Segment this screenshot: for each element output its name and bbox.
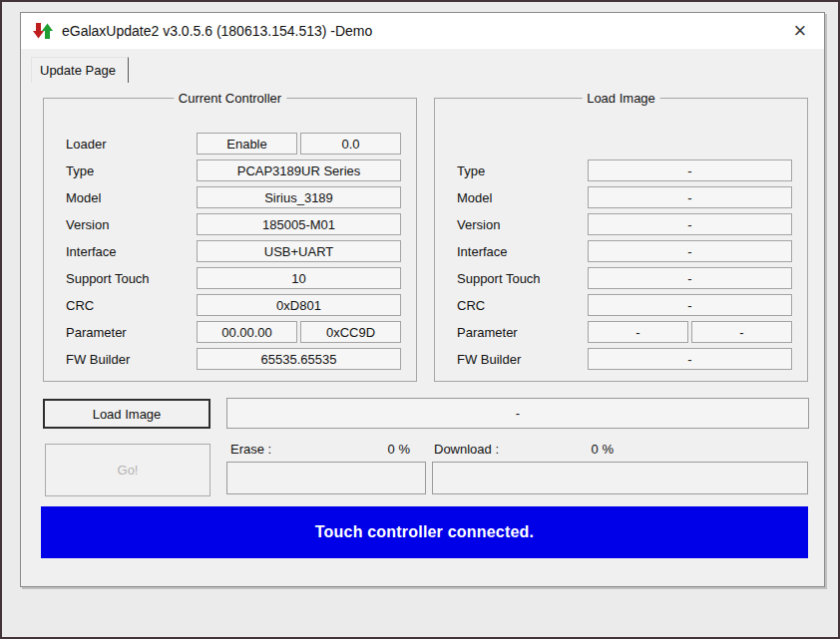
parameter-field-2: 0xCC9D [300, 321, 401, 343]
erase-percent-value: 0 % [388, 442, 410, 457]
interface-label: Interface [66, 240, 117, 262]
row-support-touch: Support Touch - [435, 267, 807, 289]
erase-label: Erase : [230, 442, 271, 457]
image-file-path-field: - [226, 398, 809, 429]
model-field: Sirius_3189 [197, 186, 401, 208]
download-percent-value: 0 % [592, 442, 614, 457]
parameter-field-1: 00.00.00 [197, 321, 297, 343]
model-label: Model [457, 186, 492, 208]
row-fw-builder: FW Builder 65535.65535 [44, 348, 416, 370]
load-image-group-title: Load Image [582, 91, 660, 106]
type-field: - [588, 160, 792, 181]
version-label: Version [66, 213, 109, 235]
window-title: eGalaxUpdate2 v3.0.5.6 (180613.154.513) … [62, 23, 372, 39]
close-button[interactable]: × [782, 16, 818, 46]
parameter-label: Parameter [457, 321, 518, 343]
download-progress-bar [432, 462, 808, 494]
model-field: - [588, 186, 792, 208]
row-crc: CRC 0xD801 [44, 294, 416, 316]
loader-version-field: 0.0 [300, 133, 401, 155]
parameter-label: Parameter [66, 321, 127, 343]
tab-update-page[interactable]: Update Page [31, 57, 129, 83]
row-type: Type - [435, 160, 807, 181]
current-controller-group-title: Current Controller [174, 91, 286, 106]
type-label: Type [457, 160, 485, 181]
version-field: 185005-M01 [197, 213, 401, 235]
go-button[interactable]: Go! [45, 444, 210, 496]
load-image-group: Load Image Type - Model - Version - Inte… [434, 98, 808, 382]
status-text: Touch controller connected. [315, 523, 534, 541]
row-support-touch: Support Touch 10 [44, 267, 416, 289]
fw-builder-field: 65535.65535 [197, 348, 401, 370]
row-version: Version 185005-M01 [44, 213, 416, 235]
download-percent-row: Download : 0 % [434, 440, 614, 458]
parameter-field-1: - [588, 321, 688, 343]
tab-label: Update Page [40, 63, 116, 78]
support-touch-label: Support Touch [457, 267, 541, 289]
row-model: Model Sirius_3189 [44, 186, 416, 208]
download-label: Download : [434, 442, 499, 457]
row-fw-builder: FW Builder - [435, 348, 807, 370]
row-crc: CRC - [435, 294, 807, 316]
loader-label: Loader [66, 133, 106, 155]
row-loader: Loader Enable 0.0 [44, 133, 416, 155]
version-label: Version [457, 213, 500, 235]
fw-builder-label: FW Builder [66, 348, 130, 370]
row-parameter: Parameter - - [435, 321, 807, 343]
fw-builder-label: FW Builder [457, 348, 521, 370]
screenshot-frame: eGalaxUpdate2 v3.0.5.6 (180613.154.513) … [0, 0, 840, 639]
model-label: Model [66, 186, 101, 208]
row-interface: Interface USB+UART [44, 240, 416, 262]
status-bar: Touch controller connected. [41, 506, 808, 558]
crc-field: 0xD801 [197, 294, 401, 316]
current-controller-group: Current Controller Loader Enable 0.0 Typ… [43, 98, 417, 382]
support-touch-field: 10 [197, 267, 401, 289]
parameter-field-2: - [691, 321, 792, 343]
row-type: Type PCAP3189UR Series [44, 160, 416, 181]
title-bar: eGalaxUpdate2 v3.0.5.6 (180613.154.513) … [21, 13, 824, 49]
interface-label: Interface [457, 240, 508, 262]
row-model: Model - [435, 186, 807, 208]
interface-field: - [588, 240, 792, 262]
version-field: - [588, 213, 792, 235]
support-touch-field: - [588, 267, 792, 289]
row-version: Version - [435, 213, 807, 235]
crc-label: CRC [457, 294, 485, 316]
loader-state-field: Enable [197, 133, 297, 155]
row-parameter: Parameter 00.00.00 0xCC9D [44, 321, 416, 343]
app-icon [31, 22, 55, 40]
crc-label: CRC [66, 294, 94, 316]
load-image-button[interactable]: Load Image [43, 399, 210, 429]
support-touch-label: Support Touch [66, 267, 150, 289]
close-icon: × [794, 20, 807, 42]
crc-field: - [588, 294, 792, 316]
interface-field: USB+UART [197, 240, 401, 262]
type-label: Type [66, 160, 94, 181]
app-window: eGalaxUpdate2 v3.0.5.6 (180613.154.513) … [20, 12, 825, 587]
erase-progress-bar [226, 462, 426, 494]
row-interface: Interface - [435, 240, 807, 262]
fw-builder-field: - [588, 348, 792, 370]
type-field: PCAP3189UR Series [197, 160, 401, 181]
erase-percent-row: Erase : 0 % [230, 440, 410, 458]
